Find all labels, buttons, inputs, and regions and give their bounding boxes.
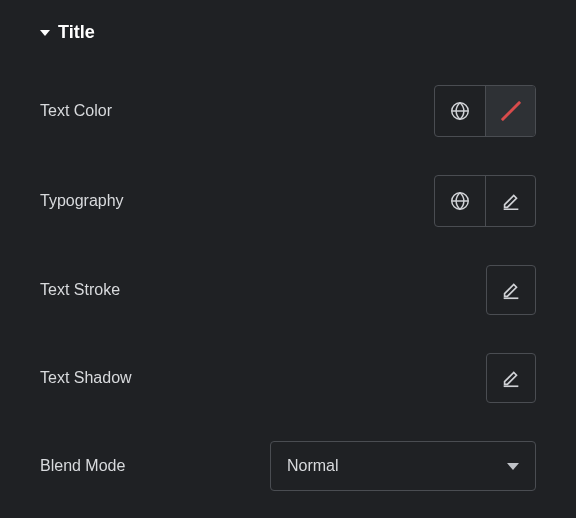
row-text-stroke: Text Stroke xyxy=(20,265,556,315)
row-text-shadow: Text Shadow xyxy=(20,353,556,403)
caret-down-icon xyxy=(40,30,50,36)
label-typography: Typography xyxy=(40,192,124,210)
row-text-color: Text Color xyxy=(20,85,556,137)
blend-mode-control: Normal xyxy=(270,441,536,491)
edit-typography-button[interactable] xyxy=(485,176,535,226)
text-color-group xyxy=(434,85,536,137)
color-swatch-button[interactable] xyxy=(485,86,535,136)
label-blend-mode: Blend Mode xyxy=(40,457,125,475)
row-blend-mode: Blend Mode Normal xyxy=(20,441,556,491)
controls-text-shadow xyxy=(486,353,536,403)
global-color-button[interactable] xyxy=(435,86,485,136)
label-text-color: Text Color xyxy=(40,102,112,120)
blend-mode-select[interactable]: Normal xyxy=(270,441,536,491)
chevron-down-icon xyxy=(507,463,519,470)
row-typography: Typography xyxy=(20,175,556,227)
global-typography-button[interactable] xyxy=(435,176,485,226)
no-color-icon xyxy=(496,96,526,126)
globe-icon xyxy=(449,190,471,212)
edit-text-shadow-button[interactable] xyxy=(486,353,536,403)
controls-typography xyxy=(434,175,536,227)
label-text-shadow: Text Shadow xyxy=(40,369,132,387)
label-text-stroke: Text Stroke xyxy=(40,281,120,299)
pencil-icon xyxy=(500,367,522,389)
blend-mode-value: Normal xyxy=(287,457,339,475)
controls-text-stroke xyxy=(486,265,536,315)
section-title: Title xyxy=(58,22,95,43)
controls-text-color xyxy=(434,85,536,137)
globe-icon xyxy=(449,100,471,122)
pencil-icon xyxy=(500,190,522,212)
pencil-icon xyxy=(500,279,522,301)
edit-text-stroke-button[interactable] xyxy=(486,265,536,315)
typography-group xyxy=(434,175,536,227)
section-header[interactable]: Title xyxy=(40,22,556,43)
